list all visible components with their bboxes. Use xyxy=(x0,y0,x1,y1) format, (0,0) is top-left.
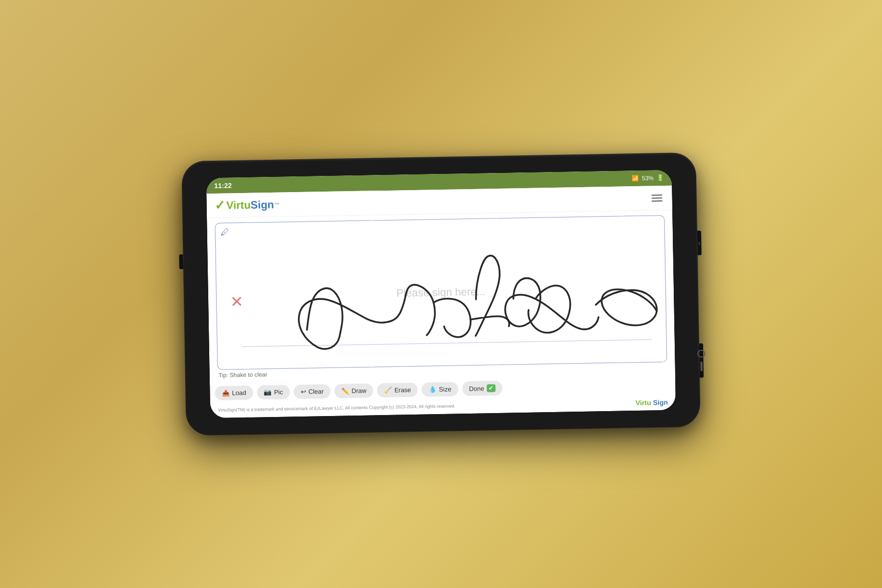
footer-sign-text: Sign xyxy=(653,398,668,407)
done-label: Done xyxy=(469,385,484,392)
hamburger-menu-button[interactable] xyxy=(649,193,664,204)
signature-box[interactable]: 🖊 ✕ Please sign here... xyxy=(215,215,667,370)
draw-button[interactable]: ✏️ Draw xyxy=(334,383,373,398)
size-label: Size xyxy=(439,385,452,392)
logo-checkmark: ✓ xyxy=(215,198,226,213)
done-button[interactable]: Done ✔ xyxy=(462,381,503,396)
logo-virtu-text: Virtu xyxy=(226,198,251,212)
app-screen: 11:22 📶 53% 🔋 ✓ Virtu Sign ™ xyxy=(206,170,676,418)
logo-tm: ™ xyxy=(274,202,279,207)
footer-virtu-text: Virtu xyxy=(636,399,651,407)
clock: 11:22 xyxy=(214,181,232,190)
wifi-icon: 📶 xyxy=(632,175,639,182)
eraser-icon: 🧹 xyxy=(384,386,392,393)
pic-button[interactable]: 📷 Pic xyxy=(257,385,290,399)
app-logo: ✓ Virtu Sign ™ xyxy=(215,197,280,213)
phone-device: ‹ 11:22 📶 53% 🔋 ✓ Virtu xyxy=(181,152,701,436)
load-button[interactable]: 📤 Load xyxy=(215,385,253,400)
menu-line-1 xyxy=(652,195,662,196)
logo-sign-text: Sign xyxy=(250,198,274,211)
clear-label: Clear xyxy=(308,388,323,395)
menu-line-3 xyxy=(652,200,662,201)
load-icon: 📤 xyxy=(221,389,229,396)
status-icons: 📶 53% 🔋 xyxy=(632,174,664,182)
erase-button[interactable]: 🧹 Erase xyxy=(377,382,418,397)
done-checkmark-icon: ✔ xyxy=(487,384,495,392)
back-button: ‹ xyxy=(697,231,702,255)
nav-buttons xyxy=(699,343,704,378)
screen-bezel: 11:22 📶 53% 🔋 ✓ Virtu Sign ™ xyxy=(206,170,676,418)
battery-icon: 53% xyxy=(642,174,654,181)
erase-label: Erase xyxy=(394,386,411,394)
volume-button xyxy=(179,254,184,269)
battery-symbol: 🔋 xyxy=(657,174,664,181)
pic-label: Pic xyxy=(274,388,283,395)
clear-button[interactable]: ↩ Clear xyxy=(294,384,331,398)
menu-line-2 xyxy=(652,197,662,198)
pencil-icon: ✏️ xyxy=(341,387,349,394)
draw-label: Draw xyxy=(351,387,367,394)
signature-drawing xyxy=(215,216,666,369)
load-label: Load xyxy=(232,389,246,396)
camera-icon: 📷 xyxy=(264,389,271,396)
signature-area: 🖊 ✕ Please sign here... Tip: Shake to cl… xyxy=(207,210,675,384)
refresh-icon: ↩ xyxy=(300,388,306,395)
size-button[interactable]: 💧 Size xyxy=(422,382,459,396)
drop-icon: 💧 xyxy=(429,386,437,393)
footer-logo: Virtu Sign xyxy=(636,398,668,407)
